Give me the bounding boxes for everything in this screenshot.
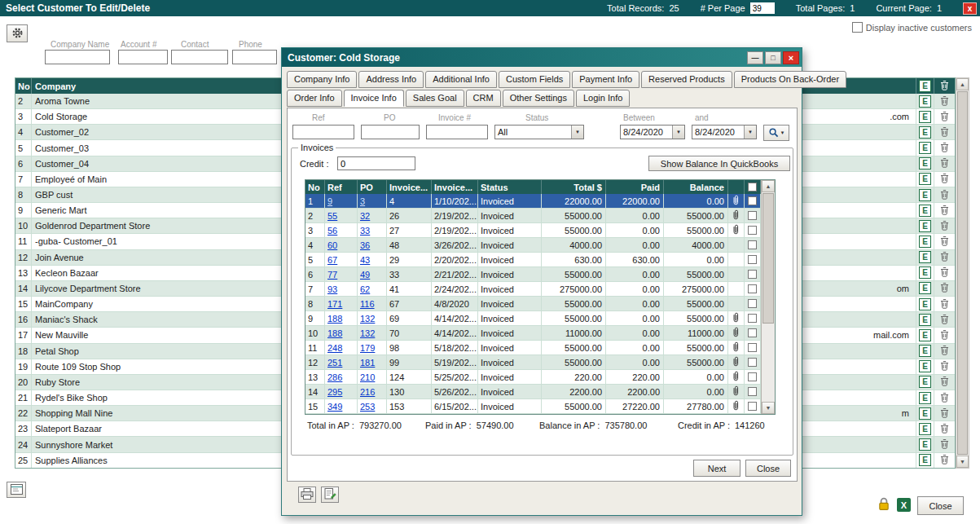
search-company-input[interactable]	[45, 50, 110, 64]
row-checkbox[interactable]	[748, 372, 757, 381]
po-link[interactable]: 132	[360, 314, 375, 324]
row-checkbox[interactable]	[748, 240, 757, 249]
ref-link[interactable]: 188	[327, 328, 342, 338]
window-close-button[interactable]: x	[963, 2, 977, 15]
delete-button[interactable]	[940, 266, 949, 279]
ref-link[interactable]: 93	[327, 284, 337, 294]
row-checkbox[interactable]	[748, 314, 757, 323]
email-button[interactable]: E	[919, 236, 931, 248]
delete-button[interactable]	[940, 314, 949, 326]
chevron-down-icon[interactable]: ▼	[744, 125, 756, 139]
tab-address-info[interactable]: Address Info	[358, 71, 424, 88]
ref-link[interactable]: 77	[327, 270, 337, 280]
excel-export-icon[interactable]: X	[897, 498, 911, 512]
scroll-up-button[interactable]: ▲	[956, 78, 969, 90]
between-date-select[interactable]: 8/24/2020 ▼	[620, 125, 685, 139]
ref-link[interactable]: 56	[327, 226, 337, 236]
po-link[interactable]: 36	[360, 240, 370, 250]
po-link[interactable]: 62	[360, 284, 370, 294]
delete-button[interactable]	[940, 251, 949, 263]
po-link[interactable]: 132	[360, 328, 375, 338]
row-checkbox[interactable]	[748, 226, 757, 235]
ref-link[interactable]: 286	[327, 372, 342, 382]
email-button[interactable]: E	[919, 282, 931, 294]
dialog-maximize-button[interactable]: □	[765, 51, 781, 64]
dialog-close-footer-button[interactable]: Close	[745, 460, 791, 477]
invoice-row[interactable]: 12251181995/19/202...Invoiced55000.000.0…	[305, 355, 761, 370]
per-page-input[interactable]	[750, 2, 775, 14]
credit-input[interactable]	[337, 156, 415, 170]
ref-link[interactable]: 9	[327, 196, 332, 206]
invoice-row[interactable]: 8171116674/8/2020Invoiced55000.000.00550…	[305, 297, 761, 311]
po-link[interactable]: 210	[360, 372, 375, 382]
email-button[interactable]: E	[919, 345, 931, 357]
po-link[interactable]: 181	[360, 358, 375, 368]
delete-button[interactable]	[940, 345, 949, 357]
show-balance-quickbooks-button[interactable]: Show Balance In QuickBooks	[648, 156, 790, 171]
dialog-minimize-button[interactable]: —	[747, 51, 763, 64]
search-account-input[interactable]	[118, 50, 168, 64]
search-phone-input[interactable]	[232, 50, 277, 64]
tab-products-on-back-order[interactable]: Products On Back-Order	[734, 71, 846, 88]
scroll-down-button[interactable]: ▼	[762, 402, 775, 414]
delete-button[interactable]	[940, 392, 949, 404]
ref-link[interactable]: 188	[327, 314, 342, 324]
invoice-row[interactable]: 142952161305/26/202...Invoiced2200.00220…	[305, 385, 761, 399]
email-button[interactable]: E	[919, 329, 931, 341]
email-button[interactable]: E	[919, 298, 931, 310]
email-button[interactable]: E	[919, 251, 931, 263]
delete-button[interactable]	[940, 438, 949, 451]
invoice-row[interactable]: 132862101245/25/202...Invoiced220.00220.…	[305, 370, 761, 385]
scroll-up-button[interactable]: ▲	[762, 180, 775, 192]
invoice-row[interactable]: 25532262/19/202...Invoiced55000.000.0055…	[305, 209, 761, 223]
ref-link[interactable]: 67	[327, 255, 337, 265]
delete-button[interactable]	[940, 205, 949, 217]
tab-custom-fields[interactable]: Custom Fields	[499, 71, 570, 88]
tab-sales-goal[interactable]: Sales Goal	[406, 90, 464, 107]
next-button[interactable]: Next	[693, 460, 740, 477]
delete-button[interactable]	[940, 360, 949, 372]
invoice-row[interactable]: 46036483/26/202...Invoiced4000.000.00400…	[305, 238, 761, 253]
invoice-row[interactable]: 11248179985/18/202...Invoiced55000.000.0…	[305, 341, 761, 355]
chevron-down-icon[interactable]: ▼	[571, 125, 583, 139]
invoice-row[interactable]: 153492531536/15/202...Invoiced55000.0027…	[305, 399, 761, 414]
po-link[interactable]: 49	[360, 270, 370, 280]
po-link[interactable]: 116	[360, 299, 375, 309]
email-button[interactable]: E	[919, 142, 931, 154]
delete-button[interactable]	[940, 329, 949, 341]
print-invoice-button[interactable]	[298, 487, 316, 503]
invoice-row[interactable]: 9188132694/14/202...Invoiced55000.000.00…	[305, 311, 761, 326]
delete-button[interactable]	[940, 142, 949, 154]
email-button[interactable]: E	[919, 205, 931, 217]
invoice-search-button[interactable]: ▼	[763, 125, 789, 141]
main-close-button[interactable]: Close	[917, 496, 964, 515]
email-button[interactable]: E	[919, 126, 931, 139]
row-checkbox[interactable]	[748, 343, 757, 352]
ref-link[interactable]: 251	[327, 358, 342, 368]
delete-button[interactable]	[940, 282, 949, 294]
ref-link[interactable]: 248	[327, 343, 342, 353]
email-button[interactable]: E	[919, 376, 931, 388]
delete-button[interactable]	[940, 423, 949, 435]
email-button[interactable]: E	[919, 407, 931, 420]
email-button[interactable]: E	[919, 189, 931, 201]
select-all-checkbox[interactable]	[748, 183, 757, 192]
email-button[interactable]: E	[919, 360, 931, 372]
invoice-grid-scrollbar[interactable]: ▲ ▼	[761, 180, 775, 414]
delete-button[interactable]	[940, 189, 949, 201]
delete-button[interactable]	[940, 220, 949, 232]
ref-link[interactable]: 349	[327, 402, 342, 412]
search-contact-input[interactable]	[171, 50, 228, 64]
po-link[interactable]: 179	[360, 343, 375, 353]
email-button[interactable]: E	[919, 392, 931, 404]
tab-company-info[interactable]: Company Info	[287, 71, 357, 88]
tab-other-settings[interactable]: Other Settings	[503, 90, 574, 107]
delete-button[interactable]	[940, 376, 949, 388]
delete-button[interactable]	[940, 126, 949, 139]
customer-grid-scrollbar[interactable]: ▲ ▼	[956, 77, 969, 469]
and-date-select[interactable]: 8/24/2020 ▼	[692, 125, 757, 139]
po-link[interactable]: 253	[360, 402, 375, 412]
tab-invoice-info[interactable]: Invoice Info	[344, 90, 404, 107]
tab-payment-info[interactable]: Payment Info	[572, 71, 639, 88]
scroll-down-button[interactable]: ▼	[956, 456, 969, 468]
